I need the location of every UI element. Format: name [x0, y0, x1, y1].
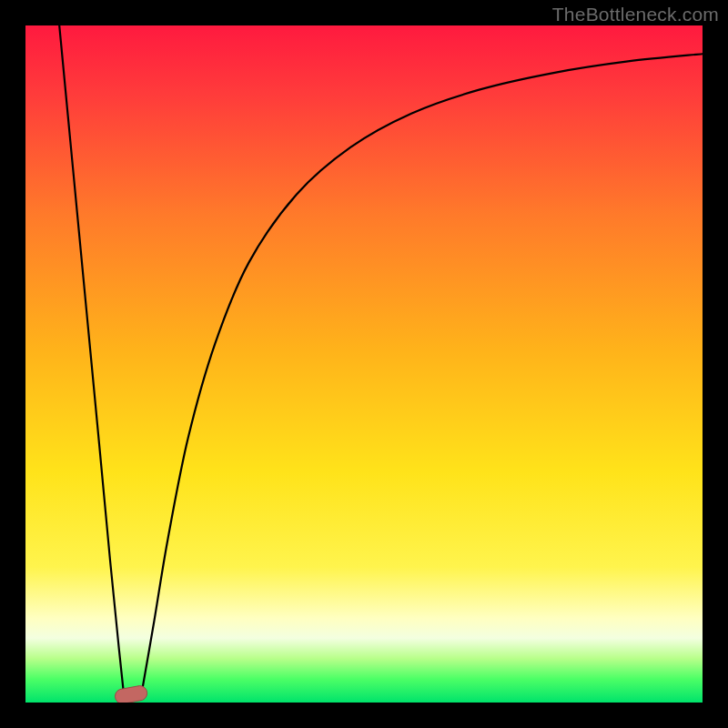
- bottleneck-chart: [25, 25, 703, 703]
- watermark-text: TheBottleneck.com: [552, 4, 719, 25]
- chart-background: [25, 25, 703, 703]
- chart-frame: TheBottleneck.com: [0, 0, 728, 728]
